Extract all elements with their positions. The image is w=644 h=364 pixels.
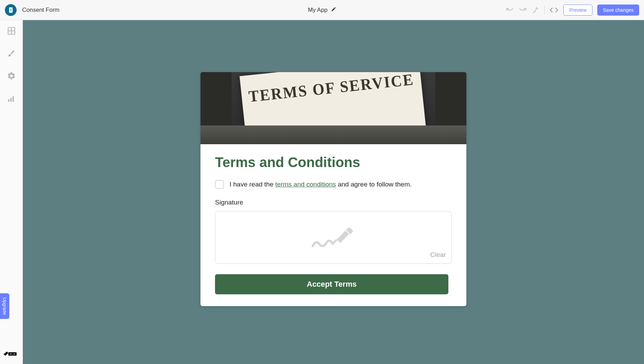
form-card: TERMS OF SERVICE Terms and Conditions I … [200, 72, 466, 306]
gavel-icon [532, 6, 539, 14]
app-logo[interactable] [5, 4, 17, 16]
redo-button[interactable] [519, 6, 527, 14]
svg-text:>_<: >_< [10, 353, 15, 356]
signature-placeholder-icon [309, 224, 358, 251]
accept-terms-button[interactable]: Accept Terms [215, 274, 448, 294]
top-header: Consent Form My App Preview Save changes [0, 0, 644, 20]
cat-icon: >_< [2, 347, 18, 356]
clear-signature-button[interactable]: Clear [430, 251, 446, 259]
save-button[interactable]: Save changes [597, 5, 639, 16]
page-name: Consent Form [22, 7, 60, 14]
upgrade-tab[interactable]: Upgrade [0, 293, 9, 319]
signature-pad[interactable]: Clear [215, 211, 452, 264]
card-body: Terms and Conditions I have read the ter… [200, 144, 466, 306]
chart-icon [7, 94, 16, 103]
svg-rect-4 [8, 99, 9, 102]
undo-button[interactable] [506, 6, 514, 14]
hero-text: TERMS OF SERVICE [248, 72, 415, 106]
svg-rect-0 [9, 7, 13, 12]
divider [544, 6, 545, 14]
app-title: My App [308, 7, 328, 14]
sidebar-item-settings[interactable] [7, 71, 16, 82]
svg-rect-5 [10, 98, 11, 102]
code-icon [549, 6, 558, 15]
preview-button[interactable]: Preview [563, 5, 592, 16]
consent-suffix: and agree to follow them. [336, 181, 412, 188]
sidebar-item-design[interactable] [7, 49, 16, 59]
corner-badge[interactable]: >_< [2, 347, 18, 358]
consent-checkbox[interactable] [215, 180, 224, 189]
hero-image: TERMS OF SERVICE [200, 72, 466, 144]
hammer-button[interactable] [532, 6, 539, 14]
pencil-icon [331, 7, 336, 12]
terms-link[interactable]: terms and conditions [275, 181, 336, 188]
signature-label: Signature [215, 199, 452, 206]
sidebar-item-layout[interactable] [7, 26, 16, 37]
code-button[interactable] [549, 6, 558, 15]
form-title: Terms and Conditions [215, 155, 452, 170]
consent-prefix: I have read the [230, 181, 275, 188]
consent-row: I have read the terms and conditions and… [215, 180, 452, 189]
document-icon [8, 7, 14, 13]
gear-icon [7, 71, 16, 80]
undo-icon [506, 6, 514, 14]
sidebar-item-analytics[interactable] [7, 94, 16, 105]
typewriter-decoration [200, 125, 466, 144]
header-actions: Preview Save changes [506, 5, 639, 16]
consent-text: I have read the terms and conditions and… [230, 181, 412, 188]
canvas-area[interactable]: TERMS OF SERVICE Terms and Conditions I … [23, 20, 644, 364]
edit-title-icon[interactable] [331, 7, 336, 14]
svg-rect-6 [12, 96, 14, 102]
grid-icon [7, 26, 16, 35]
app-title-group: My App [308, 7, 336, 14]
brush-icon [7, 49, 16, 58]
redo-icon [519, 6, 527, 14]
